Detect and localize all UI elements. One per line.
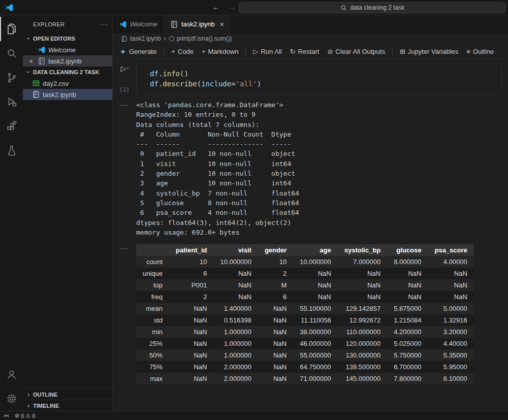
file-day2-csv[interactable]: day2.csv: [23, 78, 112, 89]
problems-button[interactable]: ⊘ 0 ⚠ 0: [15, 412, 35, 419]
tab-welcome[interactable]: Welcome: [113, 15, 164, 33]
close-icon[interactable]: ×: [27, 57, 35, 65]
output-more-actions-button[interactable]: ···: [120, 101, 129, 109]
search-icon: [6, 47, 18, 59]
breadcrumb-file[interactable]: task2.ipynb: [121, 35, 161, 42]
activity-run-debug-button[interactable]: [0, 90, 23, 114]
open-editor-label: task2.ipynb: [48, 57, 82, 65]
output-line: 3 age 10 non-null int64: [136, 178, 502, 188]
settings-button[interactable]: [0, 386, 23, 411]
column-header: visit: [213, 244, 258, 256]
tab-label: Welcome: [130, 20, 157, 28]
dataframe-table: patient_idvisitgenderagesystolic_bpgluco…: [136, 244, 474, 384]
table-cell: 120.000000: [338, 338, 388, 349]
remote-indicator-button[interactable]: ><: [4, 413, 9, 418]
row-label: count: [136, 256, 169, 268]
table-cell: 5.00000: [428, 303, 473, 314]
activity-bar: [0, 15, 23, 411]
table-cell: NaN: [387, 268, 428, 279]
cell-output-table: ··· patient_idvisitgenderagesystolic_bpg…: [113, 243, 508, 384]
add-markdown-cell-button[interactable]: + Markdown: [198, 46, 242, 57]
table-cell: NaN: [338, 291, 388, 303]
add-code-cell-button[interactable]: + Code: [168, 46, 197, 57]
table-cell: NaN: [169, 361, 213, 373]
output-line: 4 systolic_bp 7 non-null float64: [136, 188, 502, 198]
nav-back-button[interactable]: ←: [212, 3, 220, 11]
execution-count: [2]: [119, 86, 130, 93]
error-icon: ⊘: [15, 412, 19, 419]
restart-kernel-button[interactable]: ↻ Restart: [287, 46, 323, 57]
activity-testing-button[interactable]: [0, 139, 23, 163]
folder-header[interactable]: › DATA CLEANING 2 TASK: [23, 67, 112, 78]
nav-forward-button[interactable]: →: [228, 3, 236, 11]
table-cell: NaN: [258, 326, 293, 338]
table-cell: NaN: [169, 338, 213, 349]
run-cell-button[interactable]: ▷ ›: [120, 64, 128, 73]
variables-grid-icon: ⊞: [400, 48, 405, 55]
row-label: max: [136, 373, 169, 384]
table-cell: NaN: [213, 279, 258, 291]
search-icon: [340, 5, 347, 11]
activity-search-button[interactable]: [0, 41, 23, 66]
clear-all-outputs-button[interactable]: ⊘ Clear All Outputs: [324, 46, 388, 57]
command-center-search[interactable]: data cleaning 2 task: [239, 2, 506, 13]
column-header: age: [293, 244, 337, 256]
column-header: glucose: [387, 244, 428, 256]
row-label: 50%: [136, 349, 169, 361]
sidebar-title: EXPLORER: [33, 21, 65, 27]
open-editor-welcome[interactable]: Welcome: [23, 44, 112, 55]
plus-icon: +: [171, 48, 175, 55]
table-cell: 55.000000: [293, 349, 337, 361]
notebook-icon: [32, 90, 40, 99]
jupyter-variables-button[interactable]: ⊞ Jupyter Variables: [396, 46, 462, 57]
notebook-icon: [170, 20, 178, 28]
notebook-toolbar: Generate + Code + Markdown ▷ Run All ↻: [113, 44, 508, 59]
table-row: meanNaN1.400000NaN55.100000129.1428575.8…: [136, 303, 474, 314]
table-cell: 5.025000: [387, 338, 428, 349]
column-header: [136, 244, 169, 256]
close-icon[interactable]: ×: [220, 20, 224, 28]
generate-button[interactable]: Generate: [116, 46, 160, 57]
open-editors-header[interactable]: › OPEN EDITORS: [23, 33, 112, 44]
vscode-logo-icon: [38, 46, 46, 54]
file-label: day2.csv: [43, 80, 69, 87]
activity-source-control-button[interactable]: [0, 66, 23, 90]
table-row: 50%NaN1.000000NaN55.000000130.0000005.75…: [136, 349, 474, 361]
run-all-button[interactable]: ▷ Run All: [249, 46, 285, 57]
output-more-actions-button[interactable]: ···: [120, 244, 129, 252]
source-control-icon: [6, 72, 18, 84]
run-debug-icon: [6, 96, 18, 108]
notebook-scroll-area[interactable]: ▷ › [2] df.info()df.describe(include='al…: [113, 59, 508, 411]
chevron-down-icon: ›: [25, 35, 32, 42]
account-button[interactable]: [0, 362, 23, 386]
breadcrumb-cell[interactable]: print(df.isna().sum()): [169, 35, 232, 42]
cell-code[interactable]: df.info()df.describe(include='all'): [136, 63, 502, 94]
table-row: 25%NaN1.000000NaN46.000000120.0000005.02…: [136, 338, 474, 349]
notebook-icon: [121, 36, 128, 42]
timeline-section-header[interactable]: › TIMELINE: [23, 400, 112, 411]
table-cell: NaN: [258, 303, 293, 314]
warning-count: 0: [32, 413, 35, 419]
activity-extensions-button[interactable]: [0, 114, 23, 139]
table-cell: 1.000000: [213, 349, 258, 361]
open-editor-task2[interactable]: × task2.ipynb: [23, 55, 112, 67]
error-count: 0: [21, 413, 24, 419]
outline-section-header[interactable]: › OUTLINE: [23, 389, 112, 400]
table-cell: NaN: [169, 373, 213, 384]
tab-task2-ipynb[interactable]: task2.ipynb ×: [164, 15, 231, 33]
table-cell: 3.20000: [428, 326, 473, 338]
explorer-more-actions-button[interactable]: ···: [100, 20, 108, 28]
file-task2-ipynb[interactable]: task2.ipynb: [23, 89, 112, 100]
table-cell: 11.110056: [293, 314, 337, 326]
table-row: 75%NaN2.000000NaN64.750000139.5000006.70…: [136, 361, 474, 373]
column-header: psa_score: [428, 244, 473, 256]
outline-button[interactable]: ≡ Outline: [463, 46, 497, 57]
activity-explorer-button[interactable]: [0, 17, 23, 41]
breadcrumb: task2.ipynb › print(df.isna().sum()): [113, 33, 508, 44]
table-cell: 6.10000: [428, 373, 473, 384]
table-cell: NaN: [428, 268, 473, 279]
table-cell: 145.000000: [338, 373, 388, 384]
output-line: 6 psa_score 4 non-null float64: [136, 208, 502, 217]
table-cell: NaN: [169, 314, 213, 326]
table-cell: 4.40000: [428, 338, 473, 349]
